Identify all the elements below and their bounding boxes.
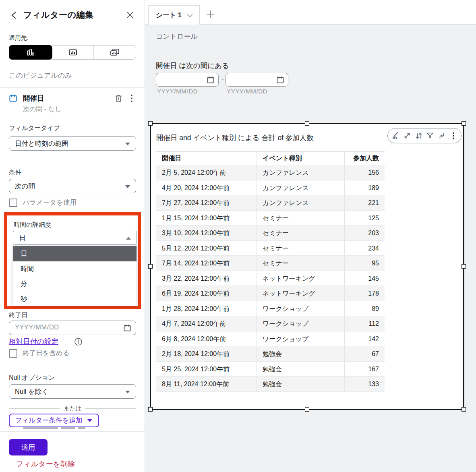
tab-sheet-1[interactable]: シート 1 [148, 5, 200, 25]
use-parameter-checkbox-row[interactable]: パラメータを使用 [9, 198, 77, 207]
date-cell: 2月 18, 2024 12:00午前 [156, 346, 257, 361]
table-row[interactable]: 7月 14, 2024 12:00午前セミナー95 [156, 256, 385, 271]
include-end-date-checkbox[interactable] [9, 349, 17, 358]
null-option-select[interactable]: Null を除く [9, 384, 136, 399]
table-row[interactable]: 3月 10, 2024 12:00午前セミナー203 [156, 226, 385, 241]
date-cell: 5月 12, 2024 12:00午前 [156, 241, 257, 256]
resize-handle-n[interactable] [305, 121, 309, 126]
table-row[interactable]: 6月 8, 2024 12:00午前ワークショップ142 [156, 331, 385, 347]
visual-toolbar [387, 128, 462, 143]
scope-this-visual-button[interactable] [9, 45, 52, 60]
resize-handle-sw[interactable] [148, 407, 153, 412]
divider [9, 408, 60, 409]
close-icon[interactable] [126, 10, 135, 19]
chevron-down-icon[interactable] [186, 13, 193, 18]
value-cell: 112 [345, 316, 385, 331]
table-row[interactable]: 1月 15, 2024 12:00午前セミナー125 [156, 211, 385, 226]
resize-handle-w[interactable] [148, 264, 153, 269]
plus-icon[interactable] [205, 9, 215, 19]
type-cell: カンファレンス [257, 195, 345, 210]
add-filter-condition-button[interactable]: フィルター条件を追加 [9, 414, 99, 427]
table-row[interactable]: 3月 22, 2024 12:00午前ネットワーキング145 [156, 271, 385, 286]
value-cell: 156 [345, 165, 385, 180]
chevron-down-icon [125, 143, 130, 145]
divider [85, 408, 136, 409]
type-cell: ワークショップ [257, 331, 345, 346]
table-row[interactable]: 1月 28, 2024 12:00午前ワークショップ89 [156, 301, 385, 317]
this-visual-icon [26, 48, 35, 57]
table-visual[interactable]: 開催日 and イベント種別 による 合計 of 参加人数 開催日イベント種別参… [150, 123, 464, 410]
filter-icon[interactable] [426, 132, 434, 140]
null-option-value: Null を除く [15, 388, 48, 395]
column-header[interactable]: 参加人数 [345, 152, 385, 165]
condition-value: 次の間 [15, 182, 35, 190]
or-divider: または [9, 405, 136, 412]
table-row[interactable]: 8月 11, 2024 12:00午前勉強会133 [156, 377, 385, 392]
resize-handle-se[interactable] [462, 407, 466, 412]
condition-label: 条件 [9, 168, 21, 177]
divider [0, 431, 145, 432]
table-row[interactable]: 4月 20, 2024 12:00午前カンファレンス189 [156, 180, 385, 196]
divider [0, 87, 145, 88]
highlight-box: 時間の詳細度 日 日時間分秒 [4, 212, 141, 309]
calendar-icon[interactable] [207, 76, 215, 84]
type-cell: ワークショップ [257, 316, 345, 331]
type-cell: 勉強会 [257, 377, 345, 391]
filter-field-name: 開催日 [23, 93, 44, 103]
table-row[interactable]: 6月 19, 2024 12:00午前ネットワーキング178 [156, 286, 385, 301]
chevron-left-icon[interactable] [10, 11, 19, 20]
trash-icon[interactable] [114, 94, 123, 103]
edit-visual-icon[interactable] [391, 132, 399, 140]
table-row[interactable]: 5月 12, 2024 12:00午前セミナー234 [156, 241, 385, 256]
scope-this-sheet-button[interactable] [52, 46, 94, 59]
granularity-option[interactable]: 秒 [13, 292, 137, 307]
include-end-date-label: 終了日を含める [23, 349, 70, 358]
info-icon[interactable] [74, 337, 83, 346]
kebab-menu-icon[interactable] [449, 132, 457, 140]
calendar-icon[interactable] [123, 324, 131, 332]
column-header[interactable]: 開催日 [156, 152, 257, 165]
filter-type-select[interactable]: 日付と時刻の範囲 [9, 136, 136, 151]
table-row[interactable]: 2月 5, 2024 12:00午前カンファレンス156 [156, 165, 385, 180]
date-cell: 4月 20, 2024 12:00午前 [156, 180, 257, 195]
loop-arrows-icon[interactable] [438, 132, 446, 140]
table-row[interactable]: 5月 25, 2024 12:00午前勉強会167 [156, 362, 385, 377]
table-row[interactable]: 7月 27, 2024 12:00午前カンファレンス221 [156, 195, 385, 211]
date-control-end-input[interactable] [226, 73, 288, 87]
granularity-option[interactable]: 分 [13, 276, 137, 292]
granularity-option[interactable]: 時間 [13, 261, 137, 277]
value-cell: 89 [345, 301, 385, 316]
date-cell: 6月 19, 2024 12:00午前 [156, 286, 257, 301]
date-control-start-input[interactable] [156, 73, 219, 87]
apply-button-label: 適用 [21, 443, 35, 452]
resize-handle-nw[interactable] [148, 121, 153, 126]
granularity-select[interactable]: 日 [13, 231, 137, 245]
maximize-icon[interactable] [403, 132, 411, 140]
date-format-helper: YYYY/MM/DD [157, 88, 198, 95]
date-cell: 4月 7, 2024 12:00午前 [156, 316, 257, 331]
table-row[interactable]: 2月 18, 2024 12:00午前勉強会67 [156, 346, 385, 362]
table-header-row: 開催日イベント種別参加人数 [156, 151, 385, 165]
end-date-input[interactable]: YYYY/MM/DD [9, 321, 136, 335]
use-parameter-checkbox[interactable] [9, 199, 17, 207]
apply-button[interactable]: 適用 [9, 439, 48, 455]
resize-handle-ne[interactable] [462, 121, 466, 126]
null-option-label: Null オプション [9, 374, 55, 382]
relative-date-link[interactable]: 相対日付の設定 [9, 337, 58, 346]
include-end-date-checkbox-row[interactable]: 終了日を含める [9, 349, 70, 358]
sheet-area: シート 1 コントロール 開催日 は次の間にある - YYYY/MM/DD YY… [145, 0, 476, 472]
resize-handle-s[interactable] [305, 407, 309, 412]
divider [145, 1, 476, 1]
delete-filter-link[interactable]: フィルターを削除 [16, 459, 75, 469]
table-row[interactable]: 4月 7, 2024 12:00午前ワークショップ112 [156, 316, 385, 331]
calendar-icon[interactable] [276, 76, 284, 84]
filter-edit-panel: フィルターの編集 適用先: このビジュアルのみ 開催日 次の間 - なし フィル… [0, 0, 145, 472]
scope-all-sheets-button[interactable] [93, 46, 136, 59]
sort-icon[interactable] [415, 132, 423, 140]
granularity-option[interactable]: 日 [13, 246, 137, 261]
chevron-down-icon [125, 185, 130, 188]
condition-select[interactable]: 次の間 [9, 179, 136, 193]
kebab-menu-icon[interactable] [129, 94, 135, 103]
column-header[interactable]: イベント種別 [257, 152, 345, 165]
resize-handle-e[interactable] [462, 264, 466, 269]
